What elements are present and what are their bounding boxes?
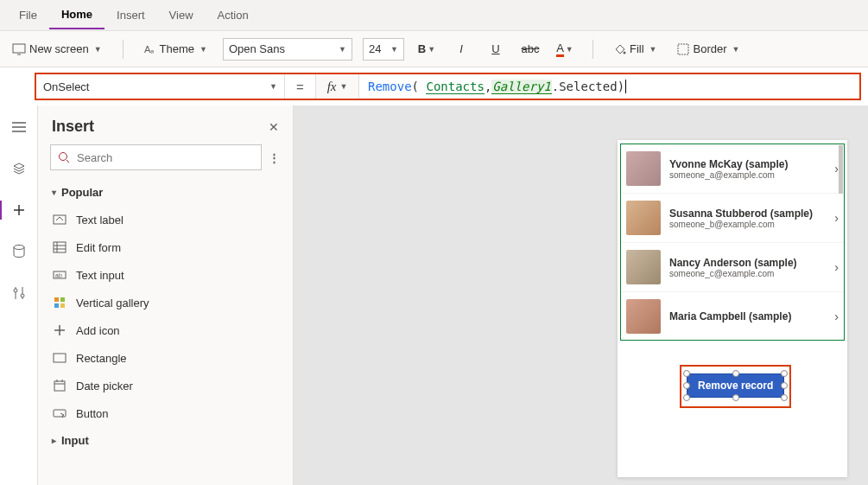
data-rail-button[interactable] — [6, 239, 32, 265]
row-name: Nancy Anderson (sample) — [669, 257, 826, 269]
chevron-right-icon[interactable]: › — [834, 260, 839, 274]
insert-rail-button[interactable] — [6, 197, 32, 223]
insert-vertical-gallery[interactable]: Vertical gallery — [38, 289, 293, 316]
insert-add-icon[interactable]: Add icon — [38, 316, 293, 344]
item-label: Rectangle — [76, 352, 127, 365]
insert-panel: Insert ✕ ⋮ ▾ Popular Text label Edit for… — [38, 105, 294, 485]
search-input[interactable] — [77, 151, 254, 164]
rectangle-icon — [52, 350, 67, 366]
insert-button[interactable]: Button — [38, 399, 293, 427]
gallery-row[interactable]: Nancy Anderson (sample) someone_c@exampl… — [621, 243, 844, 292]
category-popular[interactable]: ▾ Popular — [38, 179, 293, 206]
avatar — [626, 250, 661, 284]
item-label: Text input — [76, 269, 124, 282]
row-name: Maria Campbell (sample) — [669, 310, 826, 322]
new-screen-label: New screen — [29, 42, 89, 55]
menu-file[interactable]: File — [7, 2, 49, 29]
underline-button[interactable]: U — [484, 37, 508, 61]
screen-preview: Yvonne McKay (sample) someone_a@example.… — [618, 140, 847, 477]
border-label: Border — [693, 42, 726, 55]
category-input[interactable]: ▸ Input — [38, 427, 293, 454]
menu-action[interactable]: Action — [206, 2, 261, 29]
menu-view[interactable]: View — [157, 2, 206, 29]
fill-label: Fill — [630, 42, 644, 55]
chevron-down-icon: ▼ — [94, 45, 102, 54]
item-label: Date picker — [76, 380, 133, 392]
chevron-right-icon[interactable]: › — [834, 211, 839, 225]
insert-text-label[interactable]: Text label — [38, 206, 293, 233]
resize-handle[interactable] — [781, 370, 788, 377]
insert-text-input[interactable]: ab Text input — [38, 261, 293, 289]
svg-rect-37 — [54, 410, 66, 417]
svg-rect-32 — [54, 354, 66, 362]
panel-close-button[interactable]: ✕ — [269, 120, 279, 134]
border-button[interactable]: Border ▼ — [672, 39, 744, 59]
panel-more-button[interactable]: ⋮ — [269, 151, 281, 164]
resize-handle[interactable] — [683, 382, 690, 389]
panel-title: Insert — [52, 118, 94, 136]
formula-input[interactable]: Remove( Contacts, Gallery1.Selected ) — [359, 80, 859, 94]
item-label: Text label — [76, 214, 124, 227]
resize-handle[interactable] — [732, 394, 739, 401]
formula-token: ) — [618, 80, 624, 93]
menu-home[interactable]: Home — [49, 1, 105, 29]
row-name: Susanna Stubberod (sample) — [669, 207, 826, 220]
layers-button[interactable] — [6, 156, 32, 182]
formula-bar: OnSelect ▼ = fx▼ Remove( Contacts, Galle… — [35, 73, 861, 100]
item-label: Add icon — [76, 324, 120, 337]
insert-rectangle[interactable]: Rectangle — [38, 344, 293, 372]
search-icon — [58, 151, 70, 163]
formula-token: ( — [412, 80, 419, 93]
tools-rail-button[interactable] — [6, 280, 32, 306]
chevron-down-icon: ▾ — [52, 188, 56, 197]
insert-edit-form[interactable]: Edit form — [38, 233, 293, 261]
strikethrough-button[interactable]: abc — [518, 37, 542, 61]
svg-line-19 — [60, 217, 63, 220]
chevron-down-icon: ▼ — [339, 45, 346, 54]
gallery-row[interactable]: Susanna Stubberod (sample) someone_b@exa… — [621, 194, 844, 243]
vertical-gallery-icon — [52, 295, 67, 310]
button-label: Remove record — [698, 380, 773, 392]
button-icon — [52, 405, 67, 421]
bold-button[interactable]: B▼ — [415, 37, 439, 61]
gallery-control[interactable]: Yvonne McKay (sample) someone_a@example.… — [620, 144, 845, 341]
svg-text:ab: ab — [55, 272, 62, 278]
resize-handle[interactable] — [781, 394, 788, 401]
fx-button[interactable]: fx▼ — [316, 74, 359, 99]
insert-date-picker[interactable]: Date picker — [38, 372, 293, 399]
svg-rect-33 — [54, 381, 65, 391]
formula-token: , — [485, 80, 491, 93]
tree-view-button[interactable] — [6, 114, 32, 140]
font-size-select[interactable]: 24 ▼ — [363, 38, 404, 61]
menu-insert[interactable]: Insert — [105, 2, 157, 29]
chevron-down-icon: ▼ — [339, 82, 347, 91]
new-screen-button[interactable]: New screen ▼ — [7, 39, 107, 59]
resize-handle[interactable] — [781, 382, 788, 389]
avatar — [626, 151, 661, 186]
svg-rect-0 — [13, 44, 25, 53]
scrollbar[interactable] — [839, 145, 843, 194]
gallery-row[interactable]: Yvonne McKay (sample) someone_a@example.… — [621, 144, 844, 194]
border-icon — [677, 43, 689, 55]
formula-token-function: Remove — [368, 80, 412, 93]
canvas[interactable]: Yvonne McKay (sample) someone_a@example.… — [294, 105, 868, 485]
search-box[interactable] — [50, 144, 262, 170]
font-color-button[interactable]: A▼ — [553, 37, 577, 61]
theme-button[interactable]: Aₐ Theme ▼ — [139, 39, 212, 59]
formula-token: .Selected — [552, 80, 618, 93]
property-select[interactable]: OnSelect ▼ — [36, 74, 285, 99]
gallery-row[interactable]: Maria Campbell (sample) › — [621, 292, 844, 341]
fill-button[interactable]: Fill ▼ — [609, 39, 662, 59]
italic-button[interactable]: I — [449, 37, 473, 61]
chevron-right-icon[interactable]: › — [834, 310, 839, 323]
font-family-select[interactable]: Open Sans ▼ — [223, 38, 352, 61]
remove-record-button[interactable]: Remove record — [687, 373, 784, 398]
svg-rect-20 — [54, 242, 66, 252]
resize-handle[interactable] — [732, 370, 739, 377]
resize-handle[interactable] — [683, 370, 690, 377]
row-email: someone_b@example.com — [669, 220, 826, 229]
formula-token-datasource: Contacts — [426, 80, 484, 94]
edit-form-icon — [52, 239, 67, 255]
resize-handle[interactable] — [683, 394, 690, 401]
item-label: Vertical gallery — [76, 297, 149, 310]
